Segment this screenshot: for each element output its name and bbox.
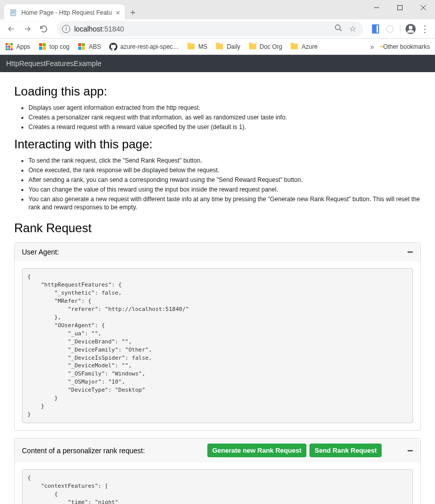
back-button[interactable]	[4, 22, 18, 36]
microsoft-icon	[38, 43, 46, 51]
tab-title: Home Page - Http Request Featu	[21, 9, 112, 16]
bookmark-azure-rest[interactable]: azure-rest-api-spec…	[109, 43, 179, 51]
page-scroll-region[interactable]: HttpRequestFeaturesExample Loading this …	[0, 55, 435, 504]
list-item: Creates a personalizer rank request with…	[28, 113, 421, 122]
bookmark-label: top cog	[49, 43, 69, 50]
list-item: You can change the value of this reward …	[28, 185, 421, 194]
app-brand[interactable]: HttpRequestFeaturesExample	[6, 59, 102, 68]
bookmark-ms-folder[interactable]: MS	[187, 43, 207, 51]
zoom-icon[interactable]	[333, 24, 344, 34]
bookmark-top-cog[interactable]: top cog	[38, 43, 69, 51]
extension-reader-icon[interactable]	[369, 23, 382, 35]
bookmark-label: Apps	[16, 43, 30, 50]
bookmark-label: Other bookmarks	[383, 43, 430, 50]
other-bookmarks-folder[interactable]: Other bookmarks	[380, 43, 430, 50]
reload-button[interactable]	[37, 22, 51, 36]
close-window-button[interactable]	[412, 0, 435, 15]
send-rank-request-button[interactable]: Send Rank Request	[309, 444, 382, 457]
app-navbar: HttpRequestFeaturesExample	[0, 55, 435, 72]
kebab-menu-icon[interactable]: ⋮	[419, 23, 431, 35]
svg-point-3	[386, 25, 393, 33]
bookmark-daily-folder[interactable]: Daily	[215, 43, 240, 51]
heading-loading: Loading this app:	[14, 84, 421, 99]
page-favicon-icon	[9, 9, 17, 17]
new-tab-button[interactable]: +	[130, 8, 136, 18]
user-agent-panel-header[interactable]: User Agent: −	[15, 243, 420, 261]
folder-icon	[290, 43, 298, 51]
bookmark-label: Doc Org	[260, 43, 283, 50]
folder-icon	[248, 43, 257, 51]
forward-button[interactable]	[20, 22, 35, 36]
panel-title: Content of a personalizer rank request:	[22, 447, 207, 455]
list-item: After sending a rank, you can send a cor…	[28, 176, 421, 184]
extension-circle-icon[interactable]	[384, 23, 396, 35]
list-item: Creates a reward request with a reward v…	[28, 123, 421, 132]
list-item: Displays user agent information extracte…	[28, 104, 421, 112]
close-tab-icon[interactable]: ×	[116, 9, 120, 17]
collapse-toggle-icon[interactable]: −	[407, 249, 413, 255]
window-controls: Home Page - Http Request Featu × +	[0, 0, 435, 19]
svg-point-2	[335, 25, 340, 29]
browser-tab[interactable]: Home Page - Http Request Featu ×	[4, 4, 125, 21]
address-bar[interactable]: i localhost:51840 ☆	[57, 21, 363, 37]
rank-request-json: { "contextFeatures": [ { "time": "night"…	[22, 469, 413, 504]
bookmark-label: ABS	[89, 43, 101, 50]
heading-interacting: Interacting with this page:	[14, 137, 421, 151]
profile-avatar-icon[interactable]	[405, 23, 417, 35]
user-agent-panel: User Agent: − { "httpRequestFeatures": {…	[14, 242, 421, 431]
apps-grid-icon	[5, 43, 13, 51]
bookmark-label: MS	[198, 43, 207, 50]
microsoft-icon	[78, 43, 86, 51]
github-icon	[109, 43, 117, 51]
bookmark-abs[interactable]: ABS	[78, 43, 101, 51]
user-agent-json: { "httpRequestFeatures": { "_synthetic":…	[22, 268, 413, 423]
folder-icon	[187, 43, 195, 51]
interacting-list: To send the rank request, click the "Sen…	[14, 156, 421, 212]
panel-title: User Agent:	[22, 248, 407, 256]
rank-request-panel-header[interactable]: Content of a personalizer rank request: …	[15, 438, 420, 462]
bookmark-azure-folder[interactable]: Azure	[290, 43, 317, 51]
loading-list: Displays user agent information extracte…	[14, 104, 421, 131]
generate-rank-request-button[interactable]: Generate new Rank Request	[207, 444, 307, 457]
bookmark-doc-org-folder[interactable]: Doc Org	[248, 43, 283, 51]
list-item: Once executed, the rank response will be…	[28, 166, 421, 175]
bookmarks-bar: Apps top cog ABS azure-rest-api-spec… MS…	[0, 39, 435, 55]
svg-point-5	[409, 25, 412, 29]
bookmark-label: azure-rest-api-spec…	[120, 43, 179, 50]
toolbar-divider	[400, 24, 400, 34]
star-bookmark-icon[interactable]: ☆	[347, 24, 358, 34]
browser-toolbar: i localhost:51840 ☆ ⋮	[0, 19, 435, 39]
folder-icon	[215, 43, 224, 51]
site-info-icon[interactable]: i	[62, 25, 70, 33]
rank-request-panel: Content of a personalizer rank request: …	[14, 438, 421, 504]
svg-rect-0	[11, 10, 16, 16]
list-item: To send the rank request, click the "Sen…	[28, 156, 421, 165]
list-item: You can also generate a new request with…	[28, 195, 421, 212]
svg-rect-1	[398, 6, 402, 10]
url-text: localhost:51840	[74, 25, 330, 33]
bookmark-label: Daily	[227, 43, 240, 50]
minimize-button[interactable]	[365, 0, 388, 15]
bookmarks-overflow-icon[interactable]: »	[370, 43, 374, 51]
maximize-button[interactable]	[388, 0, 412, 15]
heading-rank-request: Rank Request	[14, 221, 421, 235]
bookmark-label: Azure	[301, 43, 317, 50]
bookmark-apps[interactable]: Apps	[5, 43, 30, 51]
collapse-toggle-icon[interactable]: −	[407, 448, 413, 453]
